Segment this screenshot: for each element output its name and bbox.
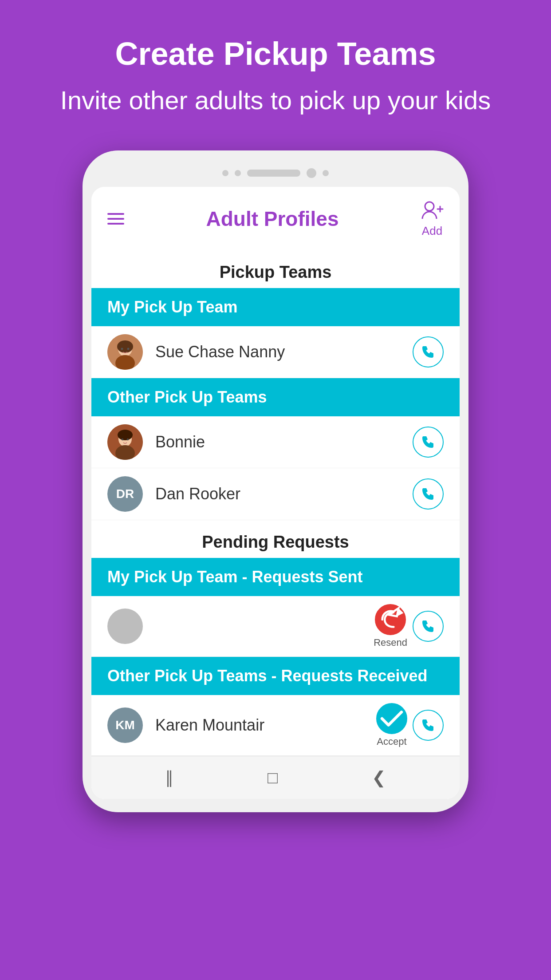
requests-sent-label: My Pick Up Team - Requests Sent: [107, 568, 363, 586]
phone-icon: [420, 618, 436, 634]
avatar: [107, 424, 143, 460]
requests-sent-header: My Pick Up Team - Requests Sent: [91, 558, 460, 596]
phone-camera: [307, 168, 316, 178]
other-pickup-team-header: Other Pick Up Teams: [91, 378, 460, 416]
phone-top-bar: [91, 168, 460, 178]
avatar: [107, 334, 143, 370]
hero-subtitle: Invite other adults to pick up your kids: [60, 85, 491, 115]
requests-received-header: Other Pick Up Teams - Requests Received: [91, 657, 460, 695]
bonnie-name: Bonnie: [155, 433, 405, 451]
list-item: DR Dan Rooker: [91, 468, 460, 520]
dan-rooker-name: Dan Rooker: [155, 485, 405, 503]
accept-icon: [377, 704, 406, 733]
pending-sent-phone-button[interactable]: [413, 611, 444, 642]
resend-icon: [376, 605, 405, 634]
list-item: Sue Chase Nanny: [91, 326, 460, 378]
list-item: Resend: [91, 596, 460, 657]
add-label: Add: [422, 224, 442, 238]
sue-chase-nanny-name: Sue Chase Nanny: [155, 343, 405, 361]
karen-mountair-name: Karen Mountair: [155, 716, 369, 735]
my-pickup-team-header: My Pick Up Team: [91, 288, 460, 326]
resend-action[interactable]: Resend: [374, 604, 407, 648]
svg-point-7: [121, 348, 123, 350]
svg-point-13: [122, 439, 123, 440]
svg-point-8: [127, 348, 130, 350]
add-person-icon: [421, 199, 444, 222]
nav-home-icon[interactable]: □: [268, 768, 278, 787]
sue-avatar-image: [107, 334, 143, 370]
phone-frame: Adult Profiles Add Pickup Teams My Pick …: [83, 150, 468, 812]
accept-label: Accept: [377, 736, 406, 747]
menu-icon[interactable]: [107, 213, 124, 225]
sue-phone-button[interactable]: [413, 336, 444, 368]
phone-icon: [420, 434, 436, 450]
hero-section: Create Pickup Teams Invite other adults …: [34, 36, 517, 115]
resend-button[interactable]: [375, 604, 406, 635]
app-title: Adult Profiles: [206, 207, 338, 231]
phone-dot-3: [323, 170, 329, 176]
nav-recent-icon[interactable]: ❮: [372, 768, 386, 787]
svg-point-6: [117, 340, 133, 353]
accept-action[interactable]: Accept: [376, 703, 407, 747]
app-header: Adult Profiles Add: [91, 187, 460, 250]
avatar: [107, 609, 143, 644]
phone-icon: [420, 486, 436, 502]
other-pickup-team-label: Other Pick Up Teams: [107, 388, 267, 406]
pickup-teams-section-title: Pickup Teams: [91, 250, 460, 288]
my-pickup-team-label: My Pick Up Team: [107, 298, 237, 316]
avatar: KM: [107, 707, 143, 743]
bottom-nav-bar: ∥ □ ❮: [91, 756, 460, 799]
svg-point-0: [425, 202, 434, 211]
list-item: Bonnie: [91, 416, 460, 468]
add-button[interactable]: Add: [421, 199, 444, 238]
nav-back-icon[interactable]: ∥: [165, 768, 173, 787]
accept-button[interactable]: [376, 703, 407, 734]
list-item: KM Karen Mountair Accept: [91, 695, 460, 756]
phone-speaker: [247, 170, 300, 177]
bonnie-avatar-image: [107, 424, 143, 460]
pending-requests-section-title: Pending Requests: [91, 520, 460, 558]
resend-label: Resend: [374, 637, 407, 648]
phone-dot-2: [235, 170, 241, 176]
bonnie-phone-button[interactable]: [413, 427, 444, 458]
avatar: DR: [107, 476, 143, 512]
phone-screen: Adult Profiles Add Pickup Teams My Pick …: [91, 187, 460, 799]
phone-icon: [420, 717, 436, 733]
phone-dot-1: [222, 170, 228, 176]
svg-point-12: [118, 430, 133, 440]
dan-rooker-phone-button[interactable]: [413, 478, 444, 510]
requests-received-label: Other Pick Up Teams - Requests Received: [107, 667, 428, 685]
karen-phone-button[interactable]: [413, 710, 444, 741]
svg-point-14: [127, 439, 129, 440]
phone-icon: [420, 344, 436, 360]
hero-title: Create Pickup Teams: [60, 36, 491, 72]
